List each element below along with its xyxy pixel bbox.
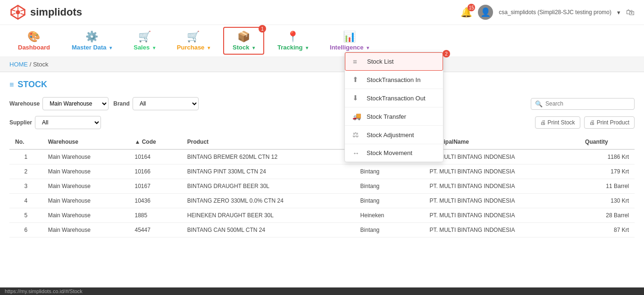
nav-item-stock[interactable]: 1 📦 Stock ▾ — [223, 27, 264, 55]
print-stock-button[interactable]: 🖨 Print Stock — [535, 116, 580, 129]
cell-no: 1 — [9, 149, 42, 164]
col-warehouse[interactable]: Warehouse — [42, 135, 129, 149]
cell-no: 3 — [9, 179, 42, 194]
col-no[interactable]: No. — [9, 135, 42, 149]
cell-code: 45447 — [129, 223, 181, 238]
cell-no: 5 — [9, 208, 42, 223]
table-row: 3 Main Warehouse 10167 BINTANG DRAUGHT B… — [9, 179, 635, 194]
cell-principal: PT. MULTI BINTANG INDONESIA — [424, 179, 579, 194]
user-dropdown-arrow[interactable]: ▾ — [617, 9, 620, 16]
cart-icon[interactable]: 🛍 — [626, 8, 635, 17]
supplier-filter-group: Supplier All — [9, 116, 101, 129]
stock-dropdown-menu: 2 ≡ Stock List ⬆ StockTransaction In ⬇ S… — [344, 52, 443, 162]
cell-brand: Heineken — [355, 208, 424, 223]
cell-product: BINTANG BREMER 620ML CTN 12 — [182, 149, 355, 164]
cell-no: 6 — [9, 223, 42, 238]
masterdata-icon: ⚙️ — [85, 31, 98, 43]
cell-code: 10436 — [129, 194, 181, 208]
section-title-text: STOCK — [17, 80, 47, 90]
nav-item-intelligence[interactable]: 📊 Intelligence ▾ — [321, 28, 377, 54]
svg-line-7 — [11, 10, 16, 11]
print-product-icon: 🖨 — [589, 119, 595, 126]
nav-item-tracking[interactable]: 📍 Tracking ▾ — [269, 28, 317, 54]
nav-label-tracking: Tracking ▾ — [277, 44, 308, 51]
cell-brand: Bintang — [355, 179, 424, 194]
cell-principal: PT. MULTI BINTANG INDONESIA — [424, 208, 579, 223]
breadcrumb-current: Stock — [33, 61, 49, 68]
cell-product: BINTANG ZERO 330ML 0.0% CTN 24 — [182, 194, 355, 208]
cell-no: 4 — [9, 194, 42, 208]
brand-select[interactable]: All — [133, 97, 199, 110]
cell-code: 10166 — [129, 164, 181, 179]
cell-qty: 87 Krt — [579, 223, 635, 238]
nav-label-sales: Sales ▾ — [134, 44, 155, 51]
navbar: 🎨 Dashboard ⚙️ Master Data ▾ 🛒 Sales ▾ 🛒… — [0, 25, 644, 57]
print-stock-icon: 🖨 — [540, 119, 546, 126]
dropdown-label-stock-adjustment: Stock Adjustment — [367, 131, 414, 139]
cell-principal: PT. MULTI BINTANG INDONESIA — [424, 149, 579, 164]
col-principalname[interactable]: PrincipalName — [424, 135, 579, 149]
scale-icon: ⚖ — [352, 131, 362, 139]
step2-badge: 2 — [443, 50, 450, 57]
cell-code: 10164 — [129, 149, 181, 164]
nav-item-sales[interactable]: 🛒 Sales ▾ — [125, 28, 164, 54]
table-header: No. Warehouse ▲ Code Product BrandName P… — [9, 135, 635, 149]
breadcrumb: HOME / Stock — [0, 57, 644, 72]
cell-warehouse: Main Warehouse — [42, 223, 129, 238]
nav-label-master-data: Master Data ▾ — [72, 44, 112, 51]
avatar[interactable]: 👤 — [478, 5, 493, 20]
cell-qty: 28 Barrel — [579, 208, 635, 223]
col-code[interactable]: ▲ Code — [129, 135, 181, 149]
sales-icon: 🛒 — [138, 31, 151, 43]
user-name[interactable]: csa_simplidots (Simpli28-SJC testing pro… — [499, 9, 611, 16]
warehouse-label: Warehouse — [9, 100, 40, 107]
print-product-button[interactable]: 🖨 Print Product — [584, 116, 635, 129]
nav-item-purchase[interactable]: 🛒 Purchase ▾ — [168, 28, 218, 54]
truck-icon: 🚚 — [352, 112, 362, 121]
supplier-select[interactable]: All — [35, 116, 101, 129]
main-content: ≡ STOCK Warehouse Main Warehouse Brand A… — [0, 72, 644, 245]
cell-brand: Bintang — [355, 194, 424, 208]
nav-item-master-data[interactable]: ⚙️ Master Data ▾ — [63, 28, 120, 54]
dropdown-item-stock-transaction-out[interactable]: ⬇ StockTransaction Out — [345, 89, 443, 107]
nav-label-dashboard: Dashboard — [18, 44, 50, 51]
dropdown-item-stock-transaction-in[interactable]: ⬆ StockTransaction In — [345, 71, 443, 89]
cell-qty: 130 Krt — [579, 194, 635, 208]
search-box: 🔍 — [531, 98, 635, 110]
dropdown-item-stock-list[interactable]: 2 ≡ Stock List — [345, 52, 443, 71]
dropdown-label-stock-transaction-out: StockTransaction Out — [367, 95, 426, 102]
filters-row2: Supplier All 🖨 Print Stock 🖨 Print Produ… — [9, 116, 635, 129]
col-product[interactable]: Product — [182, 135, 355, 149]
cell-brand: Bintang — [355, 164, 424, 179]
col-quantity[interactable]: Quantity — [579, 135, 635, 149]
brand-label: Brand — [113, 100, 130, 107]
search-input[interactable] — [545, 100, 630, 107]
breadcrumb-home[interactable]: HOME — [9, 61, 28, 68]
nav-item-dashboard[interactable]: 🎨 Dashboard — [9, 28, 59, 54]
stock-icon: 📦 — [237, 31, 250, 43]
table-row: 5 Main Warehouse 1885 HEINEKEN DRAUGHT B… — [9, 208, 635, 223]
notification-button[interactable]: 🔔 15 — [460, 7, 472, 18]
intelligence-icon: 📊 — [343, 31, 356, 43]
dashboard-icon: 🎨 — [27, 31, 40, 43]
tracking-icon: 📍 — [286, 31, 299, 43]
print-stock-label: Print Stock — [548, 119, 575, 126]
table-row: 4 Main Warehouse 10436 BINTANG ZERO 330M… — [9, 194, 635, 208]
dropdown-item-stock-transfer[interactable]: 🚚 Stock Transfer — [345, 107, 443, 126]
warehouse-select[interactable]: Main Warehouse — [42, 97, 109, 110]
dropdown-item-stock-movement[interactable]: ↔ Stock Movement — [345, 144, 443, 162]
svg-line-6 — [11, 14, 16, 15]
table-row: 6 Main Warehouse 45447 BINTANG CAN 500ML… — [9, 223, 635, 238]
dropdown-item-stock-adjustment[interactable]: ⚖ Stock Adjustment — [345, 126, 443, 144]
logo-icon — [9, 4, 26, 21]
purchase-icon: 🛒 — [187, 31, 200, 43]
table-body: 1 Main Warehouse 10164 BINTANG BREMER 62… — [9, 149, 635, 238]
table-row: 2 Main Warehouse 10166 BINTANG PINT 330M… — [9, 164, 635, 179]
print-product-label: Print Product — [597, 119, 629, 126]
breadcrumb-separator: / — [30, 61, 32, 68]
cell-warehouse: Main Warehouse — [42, 164, 129, 179]
nav-label-purchase: Purchase ▾ — [177, 44, 210, 51]
cell-product: HEINEKEN DRAUGHT BEER 30L — [182, 208, 355, 223]
topbar: simplidots 🔔 15 👤 csa_simplidots (Simpli… — [0, 0, 644, 25]
warehouse-filter-group: Warehouse Main Warehouse — [9, 97, 109, 110]
